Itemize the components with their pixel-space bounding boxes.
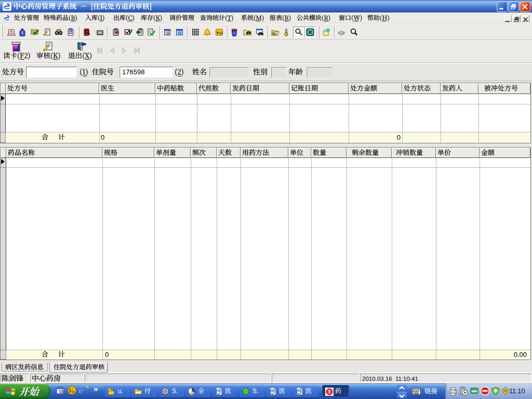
svg-text:P.U: P.U	[217, 31, 222, 35]
svg-text:E: E	[72, 390, 75, 394]
svg-text:e: e	[78, 384, 83, 396]
